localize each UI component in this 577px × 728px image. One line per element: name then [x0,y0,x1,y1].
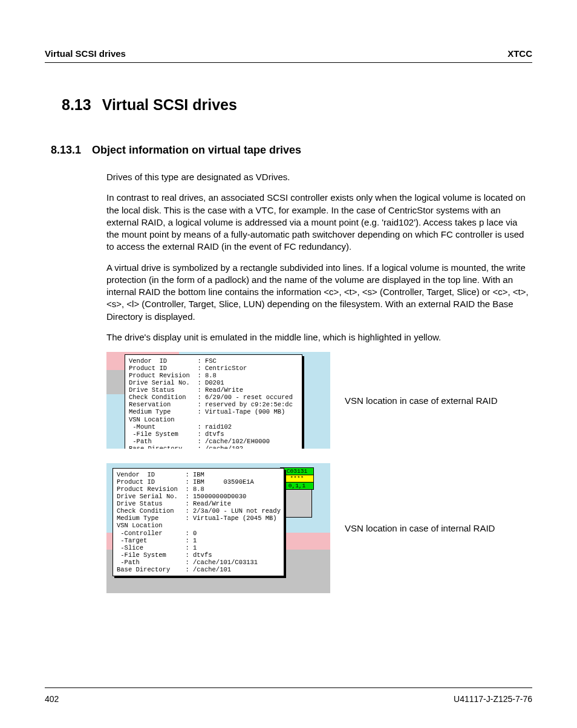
caption-internal: VSN location in case of internal RAID [345,523,495,533]
section-title: Virtual SCSI drives [102,96,237,114]
figures: Vendor ID : FSC Product ID : CentricStor… [106,352,532,593]
figure-row-internal: C03131 **** 0,1,1 Vendor ID : IBM Produc… [106,463,532,593]
page-number: 402 [45,694,59,704]
paragraph: A virtual drive is symbolized by a recta… [106,262,532,323]
drive-label: C03131 **** 0,1,1 [280,467,314,490]
subsection-heading: 8.13.1 Object information on virtual tap… [51,144,532,157]
section-heading: 8.13 Virtual SCSI drives [62,96,532,114]
subsection-title: Object information on virtual tape drive… [92,144,301,157]
subsection-number: 8.13.1 [51,144,81,157]
body-text: Drives of this type are designated as VD… [106,171,532,343]
paragraph: In contrast to real drives, an associate… [106,192,532,253]
page: Virtual SCSI drives XTCC 8.13 Virtual SC… [0,0,577,728]
drive-vsn: C03131 [280,467,314,475]
drive-display: **** [280,475,314,483]
tooltip-internal: Vendor ID : IBM Product ID : IBM 03590E1… [112,468,284,576]
virtual-drive-icon: C03131 **** 0,1,1 [279,483,312,518]
paragraph: The drive's display unit is emulated in … [106,331,532,343]
header-right: XTCC [507,48,532,59]
paragraph: Drives of this type are designated as VD… [106,171,532,183]
doc-id: U41117-J-Z125-7-76 [454,694,532,704]
page-footer: 402 U41117-J-Z125-7-76 [45,687,532,704]
running-header: Virtual SCSI drives XTCC [45,48,532,63]
tooltip-external: Vendor ID : FSC Product ID : CentricStor… [125,354,302,449]
figure-row-external: Vendor ID : FSC Product ID : CentricStor… [106,352,532,449]
screenshot-external-raid: Vendor ID : FSC Product ID : CentricStor… [106,352,330,449]
screenshot-internal-raid: C03131 **** 0,1,1 Vendor ID : IBM Produc… [106,463,330,593]
section-number: 8.13 [62,96,91,114]
caption-external: VSN location in case of external RAID [345,395,498,406]
drive-cts: 0,1,1 [280,483,314,490]
header-left: Virtual SCSI drives [45,48,126,59]
